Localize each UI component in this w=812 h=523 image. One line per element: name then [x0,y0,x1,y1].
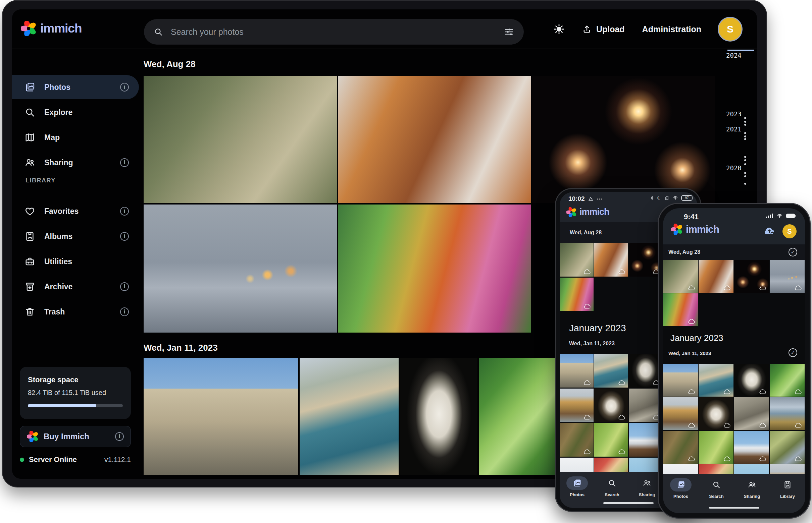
administration-link[interactable]: Administration [642,24,701,34]
app-logo[interactable]: immich [21,21,82,36]
photo-park[interactable] [338,204,531,332]
search-icon [154,28,163,36]
thumb-fireworks[interactable] [734,260,769,293]
thumb-dinner[interactable] [594,243,628,276]
user-avatar[interactable]: S [719,18,742,40]
thumb-berries[interactable] [770,364,805,397]
gesture-home-bar[interactable] [603,502,654,504]
storage-space-card: Storage space 82.4 TiB of 115.1 TiB used [20,367,131,419]
thumb-lizard[interactable] [560,423,593,457]
sidebar-item-albums[interactable]: Albums i [12,224,139,249]
home-indicator-bar[interactable] [709,507,759,509]
scrubber-dot [744,132,746,134]
scrubber-year[interactable]: 2020 [726,164,742,172]
cloud-synced-icon [723,389,731,395]
select-all-check-icon[interactable]: ✓ [789,248,797,256]
thumb-lizard[interactable] [663,431,698,464]
thumb-bust2[interactable] [698,397,733,430]
app-wordmark: immich [40,21,82,36]
utilities-toolbox-icon [25,256,35,267]
info-icon[interactable]: i [120,282,129,291]
cell-signal-icon [765,213,773,219]
photo-zoo[interactable] [144,76,337,203]
thumb-hands[interactable] [770,260,805,293]
sidebar-item-map[interactable]: Map [12,125,139,149]
sidebar-item-utilities[interactable]: Utilities [12,249,139,274]
buy-immich-button[interactable]: Buy Immich i [20,426,131,447]
filter-tune-icon[interactable] [504,27,514,37]
scrubber-year[interactable]: 2021 [726,125,742,133]
scrubber-year[interactable]: 2023 [726,110,742,118]
photo-bust[interactable] [400,358,478,475]
scrubber-year[interactable]: 2024 [726,52,742,59]
photos-icon [677,481,685,489]
battery-icon [786,213,797,219]
nav-photos[interactable]: Photos [560,472,594,508]
info-icon[interactable]: i [120,307,129,316]
scrubber-position-line[interactable] [727,50,754,51]
cloud-synced-icon [583,449,591,455]
pill [601,476,623,490]
immich-flower-icon [27,431,38,442]
cloud-sync-icon[interactable] [763,226,776,236]
thumb-church[interactable] [734,431,769,464]
thumb-zoo[interactable] [663,260,698,293]
info-icon[interactable]: i [120,207,129,216]
thumb-coast[interactable] [698,364,733,397]
photo-dinner[interactable] [338,76,531,203]
nav-photos[interactable]: Photos [663,474,698,513]
thumb-bust2[interactable] [594,389,628,422]
photo-berries[interactable] [479,358,556,475]
cloud-synced-icon [759,456,767,462]
user-avatar[interactable]: S [782,224,797,238]
info-icon[interactable]: i [120,232,129,241]
sidebar-item-favorites[interactable]: Favorites i [12,199,139,223]
thumb-lizard2[interactable] [698,431,733,464]
sharing-people-icon [643,479,651,487]
cloud-synced-icon [723,285,731,291]
scrubber-dot [744,156,746,158]
thumb-wall[interactable] [663,364,698,397]
cloud-synced-icon [583,269,591,274]
select-all-check-icon[interactable]: ✓ [789,348,797,357]
thumb-coast[interactable] [594,354,628,387]
sidebar-item-archive[interactable]: Archive i [12,274,139,299]
search-input[interactable] [171,27,496,37]
thumb-cliff[interactable] [560,389,593,422]
stage: immich Upload Administration [0,0,812,523]
thumb-park[interactable] [663,293,698,326]
top-bar: immich Upload Administration [12,10,757,49]
thumb-wall[interactable] [560,354,593,387]
thumb-ruins[interactable] [734,397,769,430]
photo-coast[interactable] [300,358,399,475]
thumb-cliff[interactable] [663,397,698,430]
cloud-synced-icon [794,422,802,428]
photo-fortress-wall[interactable] [144,358,298,475]
sidebar-item-trash[interactable]: Trash i [12,300,139,324]
immich-flower-icon [21,21,36,36]
thumb-dinner[interactable] [698,260,733,293]
thumb-park[interactable] [560,277,593,311]
thumb-ornate[interactable] [770,397,805,430]
sidebar-item-photos[interactable]: Photos i [12,75,139,99]
thumb-zoo[interactable] [560,243,593,276]
thumb-lizard2[interactable] [594,423,628,457]
upload-button[interactable]: Upload [582,24,625,34]
sidebar-item-sharing[interactable]: Sharing i [12,150,139,175]
thumb-village[interactable] [770,431,805,464]
info-icon[interactable]: i [120,158,129,167]
photo-fireworks[interactable] [532,76,715,203]
scrubber-dot [744,172,746,174]
info-icon[interactable]: i [115,432,124,441]
theme-toggle-sun-icon[interactable] [553,23,565,35]
cloud-synced-icon [618,449,626,455]
sidebar-item-explore[interactable]: Explore [12,100,139,124]
nav-library[interactable]: Library [770,474,805,513]
search-icon [712,481,720,489]
info-icon[interactable]: i [120,83,129,92]
phone1-date-header2: Wed, Jan 11, 2023 [569,341,615,347]
search-bar[interactable] [144,19,524,44]
photo-hands[interactable] [144,204,337,332]
thumb-bust[interactable] [734,364,769,397]
wifi-icon [672,196,678,200]
